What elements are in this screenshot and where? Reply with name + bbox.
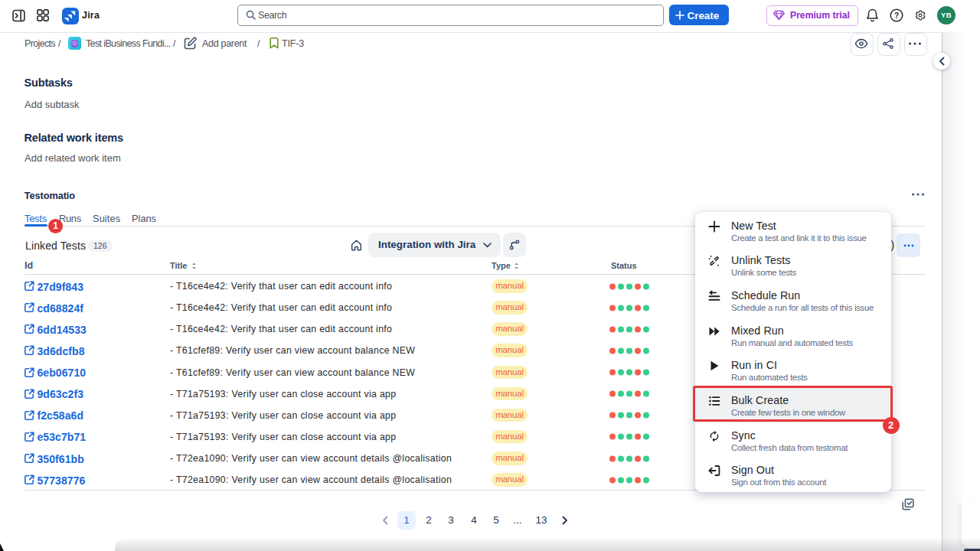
svg-text:?: ? <box>894 11 899 20</box>
